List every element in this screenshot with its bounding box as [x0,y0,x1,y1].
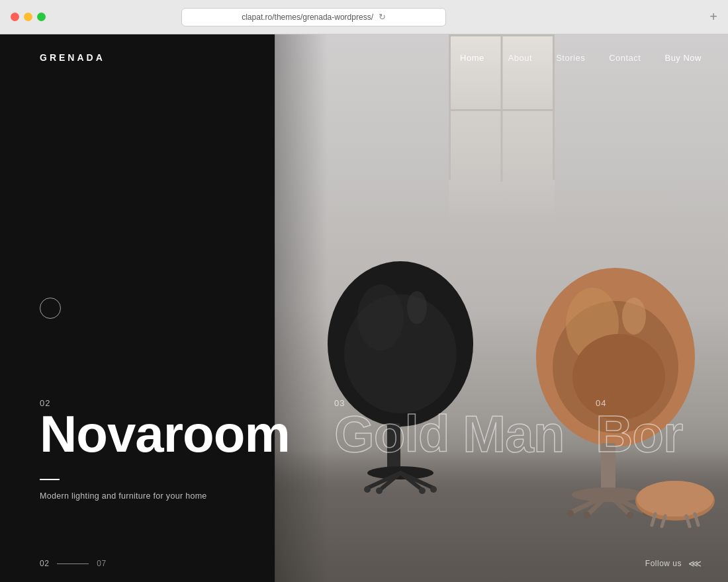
page-line [57,563,89,564]
slide-02: 02 Novaroom [40,398,290,460]
svg-point-2 [357,284,404,351]
chairs-scene [275,34,728,582]
svg-point-13 [407,291,427,324]
nav-buy-now[interactable]: Buy Now [664,53,702,63]
share-icon[interactable]: ⋘ [688,558,702,569]
logo-text: GRENADA [40,52,105,63]
nav-menu: Home About Stories Contact Buy Now [460,53,702,63]
new-tab-button[interactable]: + [709,9,717,24]
nav-contact[interactable]: Contact [609,53,641,63]
slide-03: 03 Gold Man [334,398,564,460]
url-bar[interactable]: clapat.ro/themes/grenada-wordpress/ ↻ [181,8,446,26]
website: GRENADA Home About Stories Contact Buy N… [0,34,728,582]
nav-home[interactable]: Home [460,53,484,63]
logo[interactable]: GRENADA [40,52,105,63]
svg-point-26 [584,512,590,519]
follow-section: Follow us ⋘ [645,558,702,569]
svg-point-30 [637,481,713,517]
fullscreen-button[interactable] [37,13,46,21]
svg-point-9 [364,486,371,493]
description-text: Modern lighting and furniture for your h… [40,491,207,501]
right-panel [275,34,728,582]
slide-03-name: Gold Man [334,408,564,460]
page-total: 07 [97,559,106,568]
nav-about[interactable]: About [508,53,532,63]
circle-indicator [40,298,61,319]
refresh-icon[interactable]: ↻ [379,12,386,22]
slide-04-name: Bor [596,408,682,460]
pagination: 02 07 [40,559,107,568]
close-button[interactable] [11,13,19,21]
slide-02-name: Novaroom [40,408,290,460]
follow-text: Follow us [645,559,682,568]
panel-divider [275,34,275,582]
nav-stories[interactable]: Stories [556,53,585,63]
url-text: clapat.ro/themes/grenada-wordpress/ [242,13,373,22]
navigation: GRENADA Home About Stories Contact Buy N… [0,34,728,81]
photo-left-overlay [275,34,328,582]
browser-chrome: clapat.ro/themes/grenada-wordpress/ ↻ + [0,0,728,34]
description-line [40,479,60,480]
traffic-lights [11,13,46,21]
bottom-bar: 02 07 Follow us ⋘ [0,545,728,582]
slide-04: 04 Bor [596,398,682,460]
page-current: 02 [40,559,49,568]
minimize-button[interactable] [24,13,32,21]
ottoman [632,478,718,530]
svg-point-10 [430,486,437,493]
svg-point-12 [419,487,426,494]
svg-point-11 [376,487,383,494]
description: Modern lighting and furniture for your h… [40,479,207,503]
svg-point-24 [567,510,574,517]
svg-point-28 [622,298,646,335]
